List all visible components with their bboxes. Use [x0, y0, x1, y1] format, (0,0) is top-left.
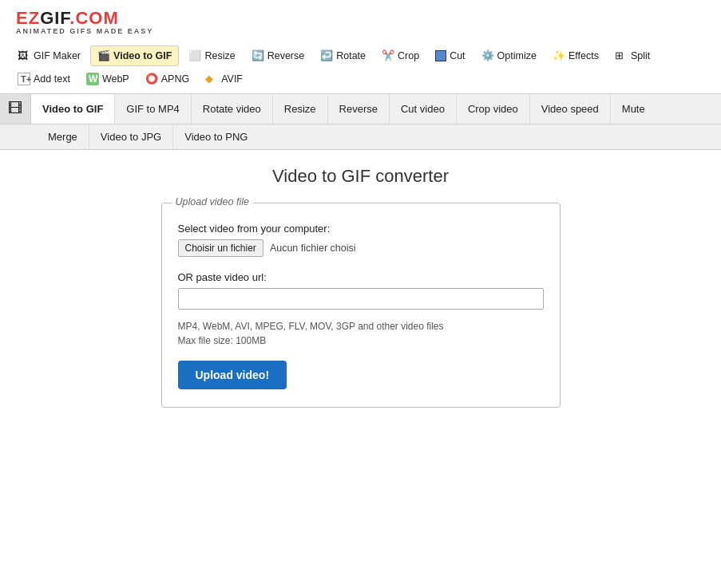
nav-item-add-text[interactable]: T+ Add text [11, 69, 77, 89]
choose-file-button[interactable]: Choisir un fichier [178, 239, 263, 257]
add-text-icon: T+ [18, 73, 30, 85]
sub-nav-reverse[interactable]: Reverse [328, 94, 390, 124]
file-select-label: Select video from your computer: [178, 223, 544, 235]
url-section: OR paste video url: [178, 271, 544, 310]
sub-nav-cut-video[interactable]: Cut video [390, 94, 457, 124]
crop-icon: ✂️ [382, 49, 394, 62]
reverse-icon: 🔄 [252, 49, 264, 62]
nav-item-apng[interactable]: ⭕ APNG [139, 69, 196, 89]
top-nav: 🖼 GIF Maker 🎬 Video to GIF ⬜ Resize 🔄 Re… [0, 41, 721, 93]
file-upload-section: Select video from your computer: Choisir… [178, 223, 544, 257]
nav-item-reverse[interactable]: 🔄 Reverse [245, 46, 311, 65]
logo-text: EZGIF.COM [16, 8, 153, 29]
sub-nav-merge[interactable]: Merge [37, 124, 89, 149]
nav-item-effects[interactable]: ✨ Effects [546, 46, 605, 65]
effects-icon: ✨ [553, 49, 565, 62]
optimize-icon: ⚙️ [481, 49, 494, 62]
logo-tagline: ANIMATED GIFS MADE EASY [16, 27, 153, 35]
gif-maker-icon: 🖼 [18, 49, 30, 62]
cut-icon [435, 50, 446, 61]
format-note: MP4, WebM, AVI, MPEG, FLV, MOV, 3GP and … [178, 321, 544, 332]
upload-legend: Upload video file [172, 196, 253, 207]
main-content: Video to GIF converter Upload video file… [0, 150, 721, 424]
nav-item-resize[interactable]: ⬜ Resize [182, 46, 241, 65]
upload-box: Upload video file Select video from your… [161, 203, 561, 408]
sub-nav-video-speed[interactable]: Video speed [530, 94, 611, 124]
nav-item-webp[interactable]: W WebP [80, 69, 136, 89]
nav-item-crop[interactable]: ✂️ Crop [375, 46, 426, 65]
sub-nav: 🎞 Video to GIF GIF to MP4 Rotate video R… [0, 93, 721, 124]
nav-item-gif-maker[interactable]: 🖼 GIF Maker [11, 46, 87, 65]
url-label: OR paste video url: [178, 271, 544, 283]
page-title: Video to GIF converter [24, 166, 697, 187]
sub-nav-gif-to-mp4[interactable]: GIF to MP4 [115, 94, 191, 124]
sub-nav-row2: Merge Video to JPG Video to PNG [0, 124, 721, 150]
split-icon: ⊞ [615, 49, 628, 62]
nav-item-rotate[interactable]: ↩️ Rotate [314, 46, 372, 65]
sub-nav-video-to-gif[interactable]: Video to GIF [31, 94, 115, 124]
sub-nav-video-to-png[interactable]: Video to PNG [173, 124, 259, 149]
rotate-icon: ↩️ [320, 49, 333, 62]
nav-item-cut[interactable]: Cut [429, 47, 471, 65]
sub-nav-video-icon: 🎞 [0, 94, 31, 124]
file-row: Choisir un fichier Aucun fichier choisi [178, 239, 544, 257]
sub-nav-crop-video[interactable]: Crop video [457, 94, 530, 124]
header: EZGIF.COM ANIMATED GIFS MADE EASY [0, 0, 721, 41]
url-input[interactable] [178, 288, 544, 310]
apng-icon: ⭕ [145, 73, 158, 85]
nav-item-split[interactable]: ⊞ Split [608, 46, 656, 65]
video-to-gif-icon: 🎬 [97, 49, 110, 62]
sub-nav-rotate-video[interactable]: Rotate video [192, 94, 273, 124]
logo[interactable]: EZGIF.COM ANIMATED GIFS MADE EASY [16, 8, 153, 35]
sub-nav-video-to-jpg[interactable]: Video to JPG [89, 124, 173, 149]
nav-item-video-to-gif[interactable]: 🎬 Video to GIF [90, 45, 179, 66]
webp-icon: W [86, 73, 99, 85]
avif-icon: ◆ [205, 73, 218, 85]
resize-icon: ⬜ [188, 49, 201, 62]
file-name-display: Aucun fichier choisi [270, 243, 356, 254]
upload-button[interactable]: Upload video! [178, 361, 287, 389]
size-note: Max file size: 100MB [178, 335, 544, 346]
sub-nav-resize[interactable]: Resize [273, 94, 328, 124]
sub-nav-mute[interactable]: Mute [611, 94, 656, 124]
nav-item-optimize[interactable]: ⚙️ Optimize [475, 46, 543, 65]
nav-item-avif[interactable]: ◆ AVIF [199, 69, 249, 89]
